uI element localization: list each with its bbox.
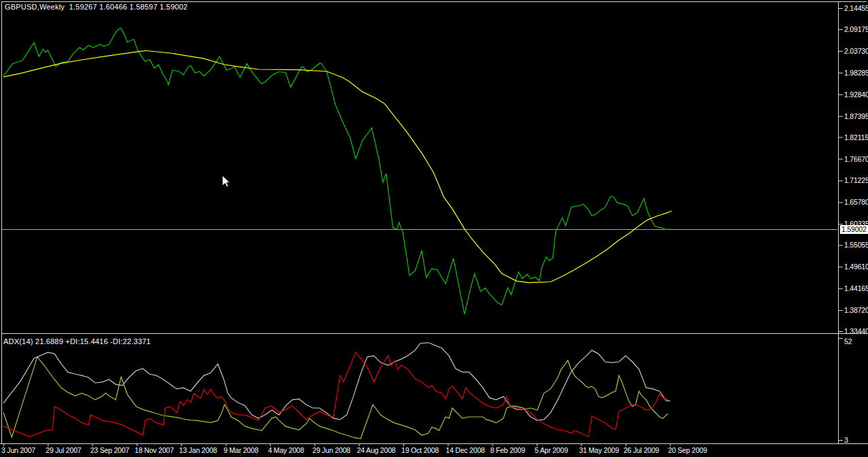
price-axis[interactable]: 2.144552.091752.037301.982851.928401.873… <box>839 0 868 338</box>
indicator-label: ADX(14) 21.6889 +DI:15.4416 -DI:22.3371 <box>3 337 151 345</box>
chart-title: GBPUSD,Weekly 1.59267 1.60466 1.58597 1.… <box>5 3 188 11</box>
time-axis[interactable]: 3 Jun 200729 Jul 200723 Sep 200718 Nov 2… <box>0 444 839 457</box>
indicator-plot-area[interactable] <box>2 338 837 441</box>
price-axis-label: 1.98285 <box>844 69 868 77</box>
mouse-cursor-icon <box>222 175 231 188</box>
date-axis-label: 5 Apr 2009 <box>535 446 568 454</box>
date-axis-label: 26 Jul 2009 <box>624 446 659 454</box>
price-axis-label: 2.14455 <box>844 4 868 12</box>
price-axis-label: 1.71225 <box>844 176 868 184</box>
indicator-axis-label: 3 <box>844 436 848 444</box>
date-axis-label: 4 May 2008 <box>268 446 304 454</box>
date-axis-label: 20 Sep 2009 <box>668 446 707 454</box>
date-axis-label: 24 Aug 2008 <box>357 446 396 454</box>
price-axis-label: 1.44165 <box>844 284 868 292</box>
indicator-axis-label: 52 <box>844 337 852 345</box>
price-axis-label: 1.38720 <box>844 306 868 314</box>
price-axis-label: 1.87395 <box>844 112 868 120</box>
chart-window: GBPUSD,Weekly 1.59267 1.60466 1.58597 1.… <box>0 0 868 457</box>
main-plot-area[interactable] <box>2 2 837 333</box>
date-axis-label: 29 Jul 2007 <box>46 446 81 454</box>
price-axis-label: 1.92840 <box>844 90 868 99</box>
date-axis-label: 29 Jun 2008 <box>312 446 350 454</box>
indicator-axis[interactable]: 523 <box>839 338 868 441</box>
date-axis-label: 3 Jun 2007 <box>1 446 35 454</box>
price-axis-label: 1.55055 <box>844 241 868 249</box>
price-axis-label: 1.65780 <box>844 198 868 206</box>
price-axis-label: 1.33440 <box>844 327 868 335</box>
price-axis-label: 2.09175 <box>844 25 868 33</box>
date-axis-label: 19 Oct 2008 <box>401 446 439 454</box>
date-axis-label: 31 May 2009 <box>579 446 619 454</box>
price-axis-label: 1.82115 <box>844 133 868 141</box>
date-axis-label: 23 Sep 2007 <box>90 446 129 454</box>
price-axis-label: 2.03730 <box>844 47 868 55</box>
date-axis-label: 9 Mar 2008 <box>224 446 258 454</box>
current-price-tag: 1.59002 <box>840 225 868 234</box>
price-axis-label: 1.49610 <box>844 263 868 271</box>
price-axis-label: 1.76670 <box>844 155 868 163</box>
date-axis-label: 14 Dec 2008 <box>446 446 484 454</box>
date-axis-label: 13 Jan 2008 <box>179 446 217 454</box>
date-axis-label: 8 Feb 2009 <box>490 446 525 454</box>
date-axis-label: 18 Nov 2007 <box>135 446 173 454</box>
